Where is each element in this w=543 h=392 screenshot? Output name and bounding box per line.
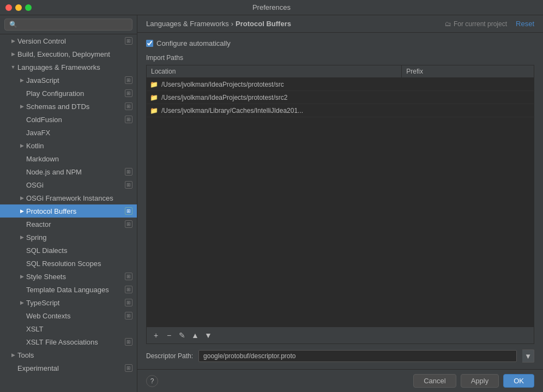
right-header: Languages & Frameworks › Protocol Buffer…	[137, 15, 543, 33]
remove-path-button[interactable]: −	[163, 329, 175, 341]
breadcrumb-separator: ›	[231, 20, 233, 28]
expand-arrow: ▶	[17, 102, 26, 111]
settings-badge: ⊞	[125, 364, 132, 372]
sidebar-item-label: OSGi Framework Instances	[26, 194, 132, 202]
expand-arrow: ▼	[9, 63, 17, 71]
move-up-button[interactable]: ▲	[189, 329, 201, 341]
breadcrumb: Languages & Frameworks › Protocol Buffer…	[146, 20, 291, 28]
table-header: Location Prefix	[147, 65, 534, 78]
settings-badge: ⊞	[125, 37, 132, 45]
col-header-prefix: Prefix	[402, 65, 534, 77]
sidebar-item-build-execution[interactable]: ▶ Build, Execution, Deployment	[0, 47, 137, 61]
folder-icon: 📁	[147, 81, 161, 88]
settings-badge: ⊞	[125, 89, 132, 97]
sidebar-item-osgi[interactable]: OSGi ⊞	[0, 178, 137, 191]
sidebar-item-label: OSGi	[26, 181, 125, 189]
path-text: /Users/jvolkman/IdeaProjects/prototest/s…	[161, 78, 406, 91]
folder-icon: 📁	[147, 107, 161, 114]
sidebar-item-xslt-file-assoc[interactable]: XSLT File Associations ⊞	[0, 335, 137, 348]
sidebar-item-markdown[interactable]: Markdown	[0, 152, 137, 165]
descriptor-input[interactable]	[198, 350, 517, 362]
maximize-button[interactable]	[25, 4, 32, 11]
sidebar-item-protocol-buffers[interactable]: ▶ Protocol Buffers ⊞	[0, 204, 137, 218]
sidebar-item-label: Web Contexts	[26, 312, 125, 320]
right-panel: Languages & Frameworks › Protocol Buffer…	[137, 15, 543, 392]
sidebar-item-style-sheets[interactable]: ▶ Style Sheets ⊞	[0, 270, 137, 283]
sidebar-item-label: Style Sheets	[26, 273, 125, 281]
sidebar-item-javascript[interactable]: ▶ JavaScript ⊞	[0, 74, 137, 87]
configure-row: Configure automatically	[146, 39, 534, 47]
sidebar-item-web-contexts[interactable]: Web Contexts ⊞	[0, 309, 137, 322]
settings-badge: ⊞	[125, 116, 132, 123]
table-toolbar: + − ✎ ▲ ▼	[147, 327, 534, 343]
sidebar-item-languages-frameworks[interactable]: ▼ Languages & Frameworks	[0, 61, 137, 74]
expand-arrow: ▶	[9, 351, 17, 359]
sidebar-item-xslt[interactable]: XSLT	[0, 322, 137, 335]
sidebar-item-experimental[interactable]: Experimental ⊞	[0, 361, 137, 375]
table-row[interactable]: 📁 /Users/jvolkman/Library/Caches/Intelli…	[147, 104, 534, 117]
window-title: Preferences	[252, 3, 291, 11]
folder-icon: 📁	[147, 94, 161, 101]
add-path-button[interactable]: +	[150, 329, 162, 341]
sidebar-item-reactor[interactable]: Reactor ⊞	[0, 218, 137, 231]
search-input[interactable]	[4, 19, 132, 31]
descriptor-dropdown-button[interactable]: ▼	[522, 349, 534, 363]
col-header-location: Location	[147, 65, 402, 77]
sidebar-item-label: Node.js and NPM	[26, 168, 125, 176]
sidebar-item-label: JavaScript	[26, 76, 125, 85]
sidebar-item-play-configuration[interactable]: Play Configuration ⊞	[0, 87, 137, 100]
breadcrumb-parent: Languages & Frameworks	[146, 20, 229, 28]
settings-badge: ⊞	[125, 220, 132, 228]
apply-button[interactable]: Apply	[461, 374, 499, 388]
move-down-button[interactable]: ▼	[202, 329, 214, 341]
help-button[interactable]: ?	[146, 375, 158, 387]
sidebar-item-label: Version Control	[17, 37, 125, 45]
sidebar-item-template-data[interactable]: Template Data Languages ⊞	[0, 283, 137, 296]
expand-arrow: ▶	[17, 298, 26, 307]
reset-button[interactable]: Reset	[516, 20, 534, 28]
sidebar-item-typescript[interactable]: ▶ TypeScript ⊞	[0, 296, 137, 309]
settings-badge: ⊞	[125, 207, 132, 215]
settings-badge: ⊞	[125, 168, 132, 176]
sidebar-item-label: XSLT File Associations	[26, 338, 125, 346]
minimize-button[interactable]	[15, 4, 22, 11]
sidebar-item-label: Schemas and DTDs	[26, 102, 125, 111]
sidebar-item-schemas-dtds[interactable]: ▶ Schemas and DTDs ⊞	[0, 100, 137, 113]
close-button[interactable]	[5, 4, 12, 11]
sidebar-item-label: Languages & Frameworks	[17, 63, 132, 71]
sidebar-item-osgi-framework[interactable]: ▶ OSGi Framework Instances	[0, 191, 137, 204]
ok-button[interactable]: OK	[503, 374, 534, 388]
sidebar-item-label: Reactor	[26, 220, 125, 228]
settings-badge: ⊞	[125, 299, 132, 306]
sidebar-item-kotlin[interactable]: ▶ Kotlin	[0, 139, 137, 152]
sidebar-item-label: SQL Dialects	[26, 246, 132, 255]
bottom-bar: ? Cancel Apply OK	[137, 369, 543, 392]
sidebar-item-javafx[interactable]: JavaFX	[0, 126, 137, 139]
configure-auto-checkbox[interactable]	[146, 40, 153, 47]
edit-path-button[interactable]: ✎	[176, 329, 188, 341]
expand-arrow: ▶	[17, 141, 26, 150]
traffic-lights[interactable]	[5, 4, 32, 11]
sidebar-item-label: Template Data Languages	[26, 286, 125, 294]
sidebar-item-sql-dialects[interactable]: SQL Dialects	[0, 244, 137, 257]
import-paths-table: Location Prefix 📁 /Users/jvolkman/IdeaPr…	[146, 65, 534, 344]
for-project-icon: 🗂	[445, 20, 451, 28]
table-row[interactable]: 📁 /Users/jvolkman/IdeaProjects/prototest…	[147, 91, 534, 104]
sidebar-item-spring[interactable]: ▶ Spring	[0, 231, 137, 244]
sidebar-item-label: SQL Resolution Scopes	[26, 260, 132, 268]
settings-badge: ⊞	[125, 273, 132, 280]
right-body: Configure automatically Import Paths Loc…	[137, 33, 543, 369]
sidebar-item-coldfusion[interactable]: ColdFusion ⊞	[0, 113, 137, 126]
expand-arrow: ▶	[17, 272, 26, 281]
sidebar: ▶ Version Control ⊞ ▶ Build, Execution, …	[0, 15, 137, 392]
sidebar-item-version-control[interactable]: ▶ Version Control ⊞	[0, 34, 137, 47]
sidebar-item-label: Experimental	[17, 364, 125, 372]
sidebar-item-tools[interactable]: ▶ Tools	[0, 348, 137, 361]
for-project-section: 🗂 For current project	[445, 20, 507, 28]
sidebar-item-label: Kotlin	[26, 142, 132, 150]
sidebar-item-sql-resolution[interactable]: SQL Resolution Scopes	[0, 257, 137, 270]
table-row[interactable]: 📁 /Users/jvolkman/IdeaProjects/prototest…	[147, 78, 534, 91]
cancel-button[interactable]: Cancel	[413, 374, 456, 388]
import-paths-title: Import Paths	[146, 54, 534, 62]
sidebar-item-nodejs-npm[interactable]: Node.js and NPM ⊞	[0, 165, 137, 178]
